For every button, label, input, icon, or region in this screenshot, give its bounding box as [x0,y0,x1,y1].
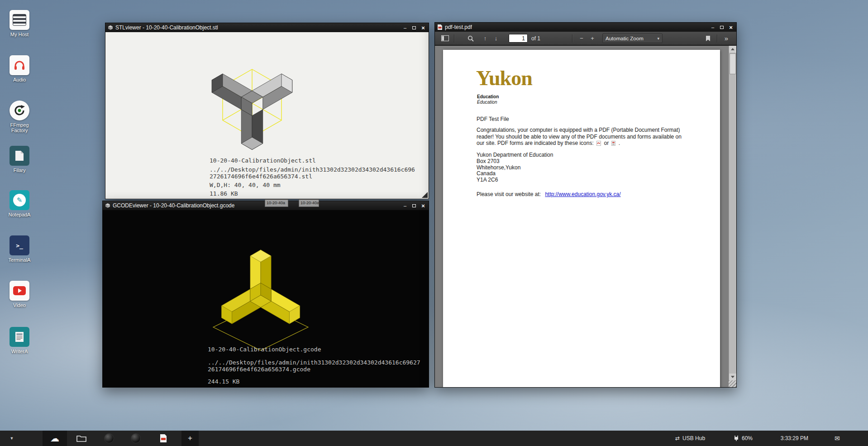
bookmark-button[interactable] [702,33,713,44]
address-line: Box 2703 [477,158,553,165]
desktop-icon-label: TerminalA [5,257,34,263]
usb-hub-indicator[interactable]: ⇄ USB Hub [675,435,712,441]
desktop-icon-label: Audio [5,77,34,82]
website-line: Please visit our website at: http://www.… [477,191,621,197]
address-line: Canada [477,171,553,177]
zoom-select[interactable]: Automatic Zoom ▾ [602,34,663,43]
sidebar-toggle-button[interactable] [439,33,450,44]
taskbar-item-gcodeviewer[interactable] [126,433,146,443]
find-button[interactable] [465,33,476,44]
address-line: Y1A 2C6 [477,177,553,183]
play-triangle [18,288,22,293]
stl-viewport[interactable]: 10-20-40-CalibrationObject.stl ../../Des… [105,32,429,199]
scrollbar-thumb[interactable] [730,53,736,74]
pdf-toolbar: ↑ ↓ of 1 − + Automatic Zoom ▾ » [435,32,736,45]
stl-file-info: 10-20-40-CalibrationObject.stl ../../Des… [210,157,238,199]
previous-page-button[interactable]: ↑ [480,33,491,44]
terminal-prompt-icon: >_ [10,235,29,255]
zoom-select-value: Automatic Zoom [606,36,644,41]
gcode-filesize: 244.15 KB [208,378,239,385]
pdf-document-icon [160,434,167,443]
gcode-viewport[interactable]: 10-20-40-CalibrationObject.gcode ../../D… [103,210,429,387]
desktop-icon-label: My Host [5,32,34,37]
battery-percent: 60% [742,435,753,441]
zoom-out-button[interactable]: − [576,33,587,44]
website-link[interactable]: http://www.education.gov.yk.ca/ [545,191,620,197]
document-icon [10,146,29,166]
window-controls: – × [709,24,735,31]
toolbar-separator [454,34,454,43]
close-button[interactable]: × [419,24,427,31]
desktop-icon-my-host[interactable]: My Host [5,10,34,37]
desktop-icon-video[interactable]: Video [5,281,34,308]
maximize-button[interactable] [410,202,418,209]
stl-viewer-window: STLviewer - 10-20-40-CalibrationObject.s… [105,23,429,199]
stl-filename: 10-20-40-CalibrationObject.stl [210,157,316,164]
desktop-icon-audio[interactable]: Audio [5,55,34,82]
pdf-file-icon [437,24,443,30]
pdf-page: Yukon Education Éducation PDF Test File … [443,50,720,387]
gcode-path-line2: 26174696f6e4f626a656374.gcode [208,366,310,373]
play-button-icon [10,281,29,301]
address-line: Whitehorse,Yukon [477,165,553,171]
website-label: Please visit our website at: [477,191,541,197]
gcode-viewer-window: GCODEviewer - 10-20-40-CalibrationObject… [102,201,429,388]
minimize-button[interactable]: – [401,24,409,31]
resize-grip[interactable] [422,192,428,198]
clock: 3:33:29 PM [777,435,808,441]
minimize-button[interactable]: – [709,24,717,31]
search-icon [467,35,474,42]
new-tab-button[interactable]: + [181,431,199,446]
chevron-down-icon[interactable]: ▼ [4,436,20,441]
desktop-icon-notepada[interactable]: ✎ NotepadA [5,190,34,217]
gcode-toolpath-3d [208,245,313,356]
red-play-tile [13,286,26,295]
scroll-up-button[interactable] [729,46,736,53]
toolbar-separator [572,34,572,43]
gcode-window-title: GCODEviewer - 10-20-40-CalibrationObject… [113,202,234,209]
page-number-input[interactable] [509,34,528,43]
scroll-down-button[interactable] [729,374,736,380]
desktop-icon-ffmpeg-factory[interactable]: FFmpeg Factory [5,101,34,133]
calibration-object-3d [210,56,295,151]
desktop: My Host Audio FFmpeg Factory Filary ✎ No… [0,0,868,446]
background-window-tab[interactable]: 10-20-40a [265,199,288,207]
usb-hub-label: USB Hub [682,435,705,441]
sidebar-toggle-icon [441,35,449,41]
zoom-in-button[interactable]: + [587,33,598,44]
more-tools-button[interactable]: » [721,33,732,44]
maximize-icon [412,26,416,29]
my-host-icon [10,10,29,30]
bookmark-icon [706,35,711,42]
taskbar-item-files[interactable] [72,435,91,442]
stl-window-title: STLviewer - 10-20-40-CalibrationObject.s… [115,24,218,31]
toolbar-right-group: » [702,33,732,44]
vertical-scrollbar[interactable] [729,46,736,380]
app-cube-icon [108,25,113,30]
taskbar-item-cloud[interactable]: ☁ [43,431,67,446]
mail-icon[interactable]: ✉ [835,435,842,442]
pdf-content-area: Yukon Education Éducation PDF Test File … [435,46,736,387]
power-plug-icon [733,435,739,441]
desktop-icon-filary[interactable]: Filary [5,146,34,173]
pdf-titlebar[interactable]: pdf-test.pdf – × [435,23,736,32]
pencil-icon: ✎ [10,190,29,210]
desktop-icon-terminala[interactable]: >_ TerminalA [5,235,34,263]
background-window-tab[interactable]: 10-20-40a [299,199,319,207]
next-page-button[interactable]: ↓ [491,33,501,44]
stl-filesize: 11.86 KB [210,190,238,197]
taskbar-item-stlviewer[interactable] [99,433,119,443]
stl-path-line2: 2726174696f6e4f626a656374.stl [210,173,312,180]
close-button[interactable]: × [727,24,735,31]
minimize-button[interactable]: – [401,202,409,209]
taskbar-item-pdfviewer[interactable] [153,434,173,443]
acrobat-pdf-icon [596,141,601,146]
maximize-button[interactable] [718,24,726,31]
plus-icon: + [188,434,192,443]
desktop-icon-writera[interactable]: WriterA [5,327,34,354]
resize-grip[interactable] [729,380,736,387]
power-indicator[interactable]: 60% [733,435,757,441]
close-button[interactable]: × [419,202,427,209]
maximize-button[interactable] [410,24,418,31]
stl-titlebar[interactable]: STLviewer - 10-20-40-CalibrationObject.s… [105,23,429,32]
